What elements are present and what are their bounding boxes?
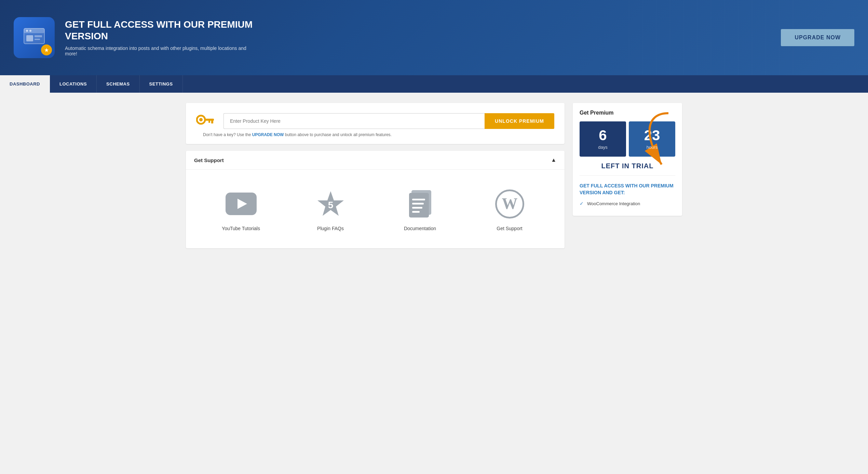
support-item-faqs[interactable]: 5 Plugin FAQs [286, 183, 375, 235]
support-header: Get Support ▲ [186, 151, 565, 170]
hero-description: Automatic schema integration into posts … [65, 45, 253, 56]
hero-banner: ★ GET FULL ACCESS WITH OUR PREMIUM VERSI… [0, 0, 868, 75]
widget-promo-title: GET FULL ACCESS WITH OUR PREMIUM VERSION… [580, 183, 675, 196]
support-item-wp[interactable]: W Get Support [465, 183, 554, 235]
countdown-days-label: days [583, 145, 623, 150]
svg-text:W: W [502, 195, 517, 212]
key-input-group: UNLOCK PREMIUM [223, 113, 554, 129]
widget-feature-woocommerce: ✓ WooCommerce Integration [580, 201, 675, 206]
upgrade-now-button[interactable]: UPGRADE NOW [781, 29, 854, 46]
support-label: Get Support [497, 226, 523, 231]
svg-rect-10 [211, 121, 213, 123]
countdown-days-number: 6 [583, 128, 623, 143]
docs-icon-wrap [403, 187, 437, 221]
youtube-icon-wrap [224, 187, 258, 221]
key-icon [196, 114, 217, 129]
nav-item-schemas[interactable]: SCHEMAS [97, 75, 140, 93]
hero-right: UPGRADE NOW [781, 29, 854, 46]
countdown-row: 6 days 23 hours [580, 121, 675, 157]
main-nav: DASHBOARD LOCATIONS SCHEMAS SETTINGS [0, 75, 868, 93]
key-hint: Don't have a key? Use the UPGRADE NOW bu… [203, 132, 554, 137]
docs-label: Documentation [404, 226, 436, 231]
svg-rect-20 [412, 207, 422, 209]
svg-rect-21 [412, 211, 420, 213]
wordpress-icon: W [495, 189, 524, 219]
svg-rect-5 [35, 35, 42, 37]
hero-left: ★ GET FULL ACCESS WITH OUR PREMIUM VERSI… [14, 17, 270, 58]
right-column: Get Premium 6 days 23 hours LEFT IN TRIA… [573, 103, 682, 216]
nav-item-settings[interactable]: SETTINGS [140, 75, 183, 93]
faqs-label: Plugin FAQs [317, 226, 344, 231]
nav-item-dashboard[interactable]: DASHBOARD [0, 75, 50, 93]
support-card: Get Support ▲ YouTube Tutorials [186, 151, 565, 248]
hero-bg-decoration [629, 0, 800, 75]
left-column: UNLOCK PREMIUM Don't have a key? Use the… [186, 103, 565, 248]
upgrade-now-link[interactable]: UPGRADE NOW [252, 132, 284, 137]
left-in-trial-text: LEFT IN TRIAL [580, 162, 675, 176]
youtube-icon [225, 192, 257, 216]
key-svg [196, 114, 217, 126]
svg-point-3 [29, 30, 31, 32]
star-icon: 5 [316, 189, 345, 219]
premium-key-card: UNLOCK PREMIUM Don't have a key? Use the… [186, 103, 565, 144]
hero-title: GET FULL ACCESS WITH OUR PREMIUM VERSION [65, 19, 270, 42]
svg-rect-6 [35, 39, 40, 40]
wordpress-icon-wrap: W [492, 187, 527, 221]
countdown-hours-box: 23 hours [629, 121, 675, 157]
svg-rect-19 [412, 203, 424, 205]
nav-item-locations[interactable]: LOCATIONS [50, 75, 97, 93]
support-toggle-button[interactable]: ▲ [551, 157, 556, 163]
svg-point-8 [199, 118, 203, 121]
support-item-youtube[interactable]: YouTube Tutorials [196, 183, 286, 235]
widget-title: Get Premium [580, 110, 675, 116]
hint-text: Don't have a key? Use the [203, 132, 251, 137]
hero-text: GET FULL ACCESS WITH OUR PREMIUM VERSION… [65, 19, 270, 56]
svg-rect-11 [208, 121, 210, 123]
product-key-input[interactable] [223, 113, 485, 129]
youtube-label: YouTube Tutorials [222, 226, 260, 231]
key-row: UNLOCK PREMIUM [196, 113, 554, 129]
premium-widget: Get Premium 6 days 23 hours LEFT IN TRIA… [573, 103, 682, 216]
feature-label-woocommerce: WooCommerce Integration [587, 201, 640, 206]
svg-rect-4 [26, 35, 33, 41]
svg-rect-17 [409, 193, 429, 218]
support-grid: YouTube Tutorials 5 Plugin FAQs [186, 170, 565, 248]
svg-rect-9 [204, 119, 214, 121]
svg-rect-18 [412, 199, 425, 200]
svg-text:5: 5 [328, 200, 333, 210]
svg-point-2 [26, 30, 28, 32]
support-item-docs[interactable]: Documentation [375, 183, 465, 235]
countdown-hours-number: 23 [632, 128, 672, 143]
faqs-icon-wrap: 5 [313, 187, 348, 221]
hero-plugin-icon: ★ [14, 17, 55, 58]
main-layout: UNLOCK PREMIUM Don't have a key? Use the… [178, 93, 690, 259]
unlock-premium-button[interactable]: UNLOCK PREMIUM [485, 113, 554, 129]
hero-icon-badge: ★ [41, 44, 52, 55]
document-icon [407, 188, 433, 219]
support-section-title: Get Support [194, 157, 224, 163]
countdown-hours-label: hours [632, 145, 672, 150]
hint-suffix: button above to purchase and unlock all … [285, 132, 392, 137]
checkmark-icon: ✓ [580, 201, 584, 206]
countdown-days-box: 6 days [580, 121, 626, 157]
